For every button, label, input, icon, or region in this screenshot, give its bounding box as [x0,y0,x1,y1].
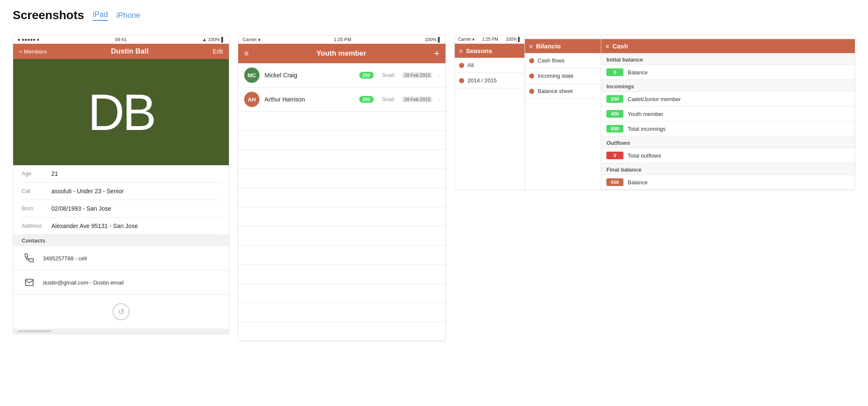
bottom-area: ↺ [13,295,229,329]
member-badge-1: 200 [359,96,374,103]
seasons-label-2014: 2014 / 2015 [468,77,497,84]
bilancio-dot-0 [529,58,534,63]
field-cat: Cat assoluti - Under 23 - Senior [22,183,220,200]
scrollbar-area [13,329,229,334]
bilancio-dot-1 [529,73,534,79]
screenshot-ipad-detail: ● ●●●●● ♦ 09:41 ▲ 100% ▌ < Members Dusti… [13,35,229,334]
cashflow-label-total-out: Total outflows [628,152,661,159]
cashflow-row-final-balance: 650 Balance [601,175,855,190]
iphone-plus-icon[interactable]: + [434,48,440,59]
avatar-section: DB [13,59,229,165]
member-row-0[interactable]: MC Mickel Craig 200 Scad: 28 Feb 2015 › [238,63,445,87]
iphone-menu-icon[interactable]: ≡ [244,49,249,58]
field-cat-value: assoluti - Under 23 - Senior [51,188,124,195]
field-born: Born 02/08/1993 - San Jose [22,200,220,217]
seasons-menu-icon[interactable]: ≡ [459,48,462,54]
member-badge-0: 200 [359,72,374,79]
ipad-nav-bar: < Members Dustin Ball Edit [13,44,229,59]
cashflow-label-0: Balance [628,69,648,76]
bilancio-item-balance[interactable]: Balance sheet [525,84,601,99]
chevron-right-icon-1: › [437,96,440,103]
cashflow-row-balance-initial: 0 Balance [601,65,855,80]
iphone-status-bar: Carrier ♦ 1:25 PM 100% ▌ [238,35,445,44]
status-right: ▲ 100% ▌ [202,37,225,42]
info-section: Age 21 Cat assoluti - Under 23 - Senior … [13,165,229,235]
field-address: Address Alexander Ave 95131 - San Jose [22,217,220,235]
nav-title: Dustin Ball [111,47,149,56]
seasons-label-all: All [468,62,473,68]
cashflow-label-cadet: Cadet/Junior member [628,96,681,102]
member-name-0: Mickel Craig [265,72,354,79]
nav-edit-button[interactable]: Edit [213,48,223,55]
member-avatar-0: MC [244,68,259,83]
iphone-status-left: Carrier ♦ [242,37,260,42]
bilancio-item-cashflows[interactable]: Cash flows [525,53,601,68]
cashflow-menu-icon[interactable]: ≡ [606,43,609,50]
member-avatar-1: AH [244,92,259,107]
screenshots-row: ● ●●●●● ♦ 09:41 ▲ 100% ▌ < Members Dusti… [13,35,855,341]
cashflow-bar-final: 650 [606,178,623,186]
seasons-item-all[interactable]: All [455,58,524,73]
field-age-label: Age [22,170,51,177]
contact-email-row: dustin@gmail.com - Dustin email [13,271,229,295]
iphone-status-center: 1:25 PM [334,37,351,42]
member-row-1[interactable]: AH Arthur Harrison 200 Scad: 28 Feb 2015… [238,87,445,112]
empty-rows [238,112,445,341]
cashflow-row-cadet: 250 Cadet/Junior member [601,92,855,107]
section-header-incomings: Incomings [601,80,855,92]
cashflow-nav-bar: ≡ Cash [601,39,855,53]
bilancio-label-balance: Balance sheet [538,88,572,94]
bilancio-label-incoming: Incoming state [538,73,574,79]
bilancio-nav-bar: ≡ Bilancio [525,39,601,53]
cashflow-bar-total-in: 650 [606,125,623,133]
screenshot-iphone-list: Carrier ♦ 1:25 PM 100% ▌ ≡ Youth member … [238,35,446,341]
chevron-right-icon-0: › [437,72,440,79]
cashflow-label-final: Balance [628,179,648,186]
bilancio-nav-title: Bilancio [536,42,561,50]
cashflow-bar-0: 0 [606,68,623,76]
page-title: Screenshots [13,8,84,22]
phone-icon [22,251,37,266]
cashflow-bar-cadet: 250 [606,95,623,103]
refresh-icon[interactable]: ↺ [113,303,130,320]
field-address-value: Alexander Ave 95131 - San Jose [51,223,138,229]
cashflow-row-total-out: 0 Total outflows [601,148,855,163]
field-age: Age 21 [22,165,220,183]
ipad-status-bar: ● ●●●●● ♦ 09:41 ▲ 100% ▌ [13,35,229,44]
contacts-header: Contacts [13,235,229,246]
bilancio-status-bar [525,35,601,39]
cashflow-bar-total-out: 0 [606,152,623,159]
cashflow-label-youth: Youth member [628,111,663,117]
bilancio-menu-icon[interactable]: ≡ [529,43,533,50]
tab-iphone[interactable]: iPhone [116,11,140,20]
member-scad-label-0: Scad: [382,72,395,78]
cashflow-status-bar [601,35,855,39]
iphone-nav-title: Youth member [316,49,366,58]
scrollbar-thumb [17,330,51,332]
page-wrapper: Screenshots iPad iPhone ● ●●●●● ♦ 09:41 … [0,0,868,350]
bilancio-item-incoming[interactable]: Incoming state [525,68,601,84]
avatar-initials: DB [88,83,155,141]
field-born-value: 02/08/1993 - San Jose [51,205,111,212]
bilancio-dot-2 [529,89,534,94]
red-dot-icon [459,63,464,68]
field-cat-label: Cat [22,188,51,194]
email-value: dustin@gmail.com - Dustin email [43,279,124,286]
field-age-value: 21 [51,170,58,177]
seasons-panel: Carrier ♦ 1:25 PM 100% ▌ ≡ Seasons All 2… [455,35,525,190]
tab-ipad[interactable]: iPad [93,10,108,21]
nav-back-button[interactable]: < Members [19,48,47,55]
seasons-item-2014[interactable]: 2014 / 2015 [455,73,524,88]
member-scad-date-1: 28 Feb 2015 [402,96,433,102]
page-header: Screenshots iPad iPhone [13,8,855,22]
phone-value: 3495257788 - cell [43,255,87,262]
screenshot-ipad-split: Carrier ♦ 1:25 PM 100% ▌ ≡ Seasons All 2… [454,35,855,190]
red-dot-icon-2 [459,78,464,83]
status-left: ● ●●●●● ♦ [17,37,39,42]
bilancio-label-cashflows: Cash flows [538,57,565,64]
bilancio-panel: ≡ Bilancio Cash flows Incoming state Bal… [525,35,601,190]
member-name-1: Arthur Harrison [265,96,354,103]
field-born-label: Born [22,205,51,211]
cashflow-panel: ≡ Cash Initial balance 0 Balance Incomin… [601,35,855,190]
iphone-nav-bar: ≡ Youth member + [238,44,445,63]
